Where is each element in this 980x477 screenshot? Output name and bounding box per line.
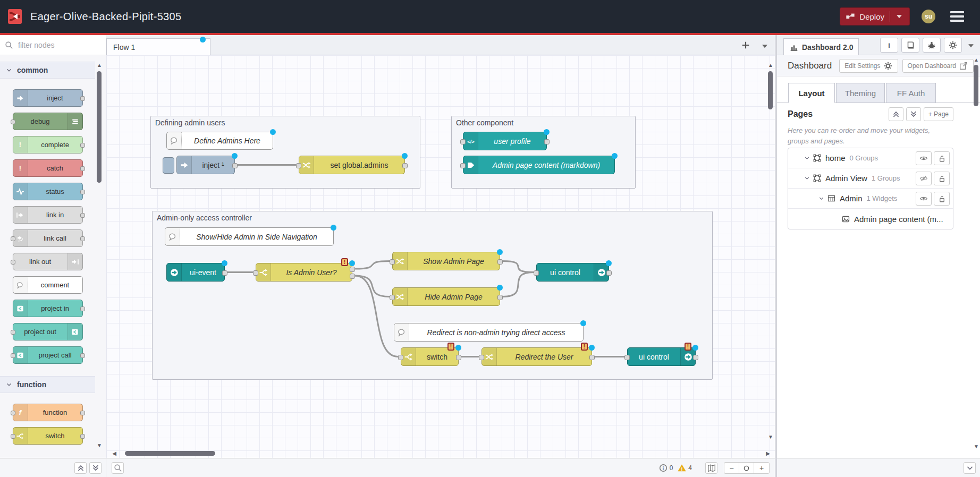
zoom-out-button[interactable]: − (724, 463, 739, 473)
node-input-port[interactable] (398, 355, 403, 360)
lock-button-unlock-icon[interactable] (934, 192, 950, 206)
flow-comment-redirect-is-non-admin-trying-direct-access[interactable]: Redirect is non-admin trying direct acce… (394, 323, 584, 342)
palette-node-link-out[interactable]: link out (13, 253, 83, 270)
node-output-port[interactable] (497, 295, 503, 300)
palette-node-project-in[interactable]: project in (13, 300, 83, 317)
inject-button[interactable] (163, 157, 174, 174)
node-input-port[interactable] (460, 163, 466, 168)
chevron-down-icon[interactable] (803, 155, 810, 161)
node-input-port[interactable] (11, 260, 15, 265)
palette-node-link-in[interactable]: link in (13, 206, 83, 224)
flow-node-switch[interactable]: switch! (401, 347, 459, 366)
move-page-up-button[interactable] (889, 107, 903, 121)
zoom-in-button[interactable]: + (754, 463, 769, 473)
deploy-button[interactable]: Deploy (840, 7, 910, 25)
lock-button-unlock-icon[interactable] (934, 172, 950, 185)
node-output-port[interactable] (456, 355, 461, 360)
flow-node-ui-control[interactable]: ui control (536, 263, 609, 282)
tree-row-admin-view[interactable]: Admin View1 Groups (788, 168, 953, 189)
edit-settings-button[interactable]: Edit Settings (839, 59, 898, 73)
open-dashboard-button[interactable]: Open Dashboard (902, 59, 974, 73)
node-output-port[interactable] (80, 96, 85, 101)
palette-scrollbar[interactable]: ▲ ▼ (96, 55, 103, 458)
chevron-down-icon[interactable] (803, 175, 810, 182)
palette-node-switch[interactable]: switch (13, 427, 83, 445)
node-output-port[interactable] (232, 163, 238, 168)
zoom-reset-button[interactable] (739, 463, 754, 473)
node-output-port[interactable] (80, 411, 85, 415)
flow-node-inject[interactable]: inject ¹ (176, 156, 235, 174)
node-output-port[interactable] (350, 267, 355, 272)
tree-row-home[interactable]: home0 Groups (788, 148, 953, 168)
palette-node-complete[interactable]: !complete (13, 136, 83, 154)
tree-row-admin[interactable]: Admin1 Widgets (788, 189, 953, 209)
sidebar-collapse-button[interactable] (964, 462, 976, 474)
palette-node-function[interactable]: ffunction (13, 404, 83, 421)
flow-comment-define-admins-here[interactable]: Define Admins Here (166, 132, 273, 150)
node-output-port[interactable] (80, 213, 85, 218)
palette-node-catch[interactable]: !catch (13, 159, 83, 177)
flow-comment-show-hide-admin-in-side-navigation[interactable]: Show/Hide Admin in Side Navigation (165, 227, 334, 246)
visibility-button-eye-icon[interactable] (916, 151, 932, 165)
flow-node-set-global-admins[interactable]: set global.admins (299, 156, 405, 174)
palette-node-link-call[interactable]: link call (13, 229, 83, 247)
flow-node-ui-control[interactable]: ui control! (627, 347, 696, 366)
flow-node-is-admin-user[interactable]: Is Admin User?! (256, 263, 352, 282)
tab-flow-1[interactable]: Flow 1 (106, 38, 210, 55)
flow-node-admin-page-content-markdown[interactable]: Admin page content (markdown) (463, 156, 615, 174)
navigator-button[interactable] (705, 462, 717, 474)
tab-theming[interactable]: Theming (836, 83, 885, 103)
sidebar-scrollbar[interactable]: ▲ ▼ (973, 55, 980, 458)
help-tab-button[interactable] (901, 38, 919, 53)
palette-node-inject[interactable]: inject (13, 89, 83, 107)
flow-node-ui-event[interactable]: ui-event (166, 263, 225, 282)
tree-row-admin-page-content-m[interactable]: Admin page content (m... (788, 209, 953, 229)
flow-canvas[interactable]: Defining admin usersOther componentAdmin… (106, 55, 775, 458)
canvas-horizontal-scrollbar[interactable]: ◀ ▶ (106, 449, 775, 458)
node-input-port[interactable] (253, 270, 258, 276)
deploy-caret-icon[interactable] (894, 12, 904, 21)
tab-layout[interactable]: Layout (788, 83, 835, 103)
node-input-port[interactable] (390, 295, 395, 300)
tab-dashboard-2[interactable]: Dashboard 2.0 (783, 38, 859, 55)
canvas-vertical-scrollbar[interactable]: ▲ ▼ (767, 55, 774, 458)
visibility-button-eye-icon[interactable] (916, 192, 932, 206)
menu-icon[interactable] (950, 11, 964, 22)
node-input-port[interactable] (534, 270, 539, 276)
add-flow-button[interactable] (741, 40, 751, 51)
chevron-down-icon[interactable] (817, 195, 825, 202)
filter-nodes-input[interactable] (17, 40, 86, 50)
flow-group-defining-admin-users[interactable]: Defining admin users (150, 116, 420, 189)
node-output-port[interactable] (80, 353, 85, 358)
node-input-port[interactable] (11, 434, 15, 439)
config-tab-button[interactable] (944, 38, 962, 53)
node-output-port[interactable] (606, 270, 612, 276)
node-input-port[interactable] (11, 236, 15, 241)
node-output-port[interactable] (80, 236, 85, 241)
debug-tab-button[interactable] (923, 38, 941, 53)
node-output-port[interactable] (589, 355, 595, 360)
lock-button-unlock-icon[interactable] (934, 151, 950, 165)
flow-node-user-profile[interactable]: </>user profile (463, 132, 547, 150)
node-input-port[interactable] (390, 259, 395, 265)
palette-category-function[interactable]: function (0, 376, 95, 393)
flow-node-redirect-the-user[interactable]: Redirect the User! (481, 347, 592, 366)
node-output-port[interactable] (80, 306, 85, 311)
node-output-port[interactable] (693, 355, 698, 360)
node-output-port[interactable] (80, 434, 85, 439)
palette-collapse-all-button[interactable] (74, 462, 87, 474)
node-input-port[interactable] (11, 353, 15, 358)
tab-ff-auth[interactable]: FF Auth (886, 83, 936, 103)
info-tab-button[interactable]: i (880, 38, 898, 53)
node-output-port[interactable] (497, 259, 503, 265)
palette-category-common[interactable]: common (0, 62, 95, 79)
node-output-port[interactable] (350, 274, 355, 279)
node-input-port[interactable] (479, 355, 484, 360)
node-output-port[interactable] (544, 139, 550, 144)
node-output-port[interactable] (222, 270, 227, 276)
avatar[interactable]: su (922, 10, 935, 23)
palette-node-debug[interactable]: debug (13, 113, 83, 130)
node-input-port[interactable] (624, 355, 630, 360)
palette-expand-all-button[interactable] (89, 462, 102, 474)
node-input-port[interactable] (11, 120, 15, 124)
